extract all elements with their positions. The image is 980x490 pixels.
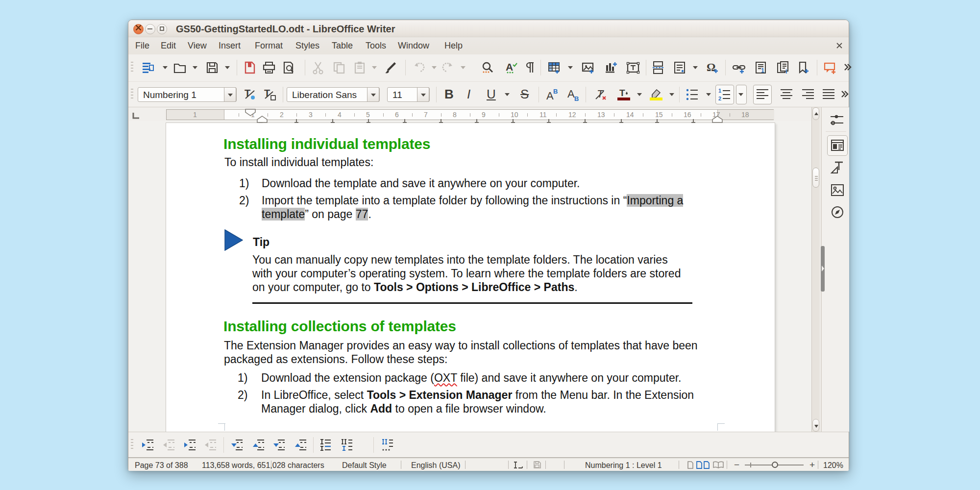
svg-text:1: 1 (718, 88, 721, 94)
svg-text:A: A (567, 88, 575, 100)
svg-text:Ω: Ω (707, 61, 715, 74)
svg-text:A: A (546, 90, 554, 101)
svg-text:B: B (574, 95, 579, 101)
svg-text:T: T (619, 88, 625, 98)
svg-text:B: B (553, 88, 558, 95)
svg-text:i: i (785, 68, 787, 74)
svg-text:2: 2 (718, 96, 721, 101)
svg-text:1: 1 (761, 67, 764, 74)
svg-text:A: A (506, 61, 513, 73)
